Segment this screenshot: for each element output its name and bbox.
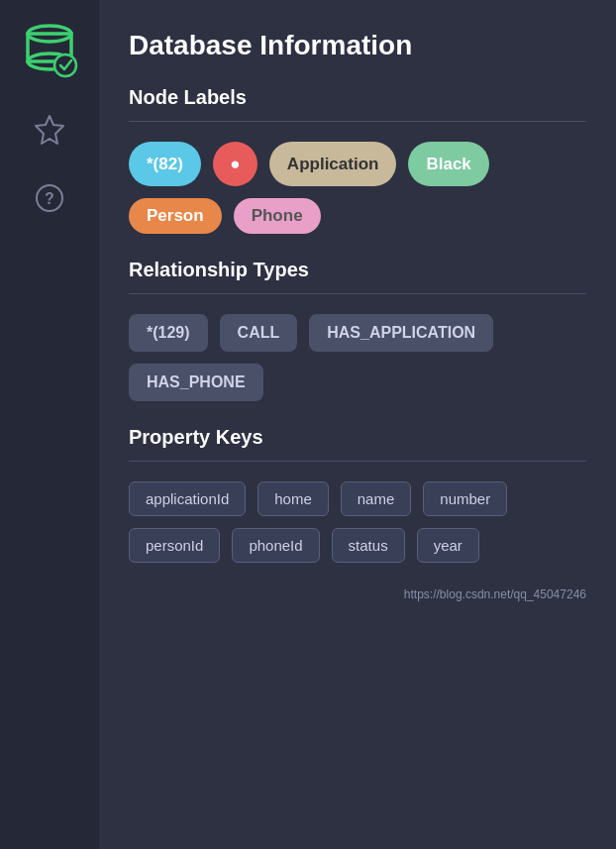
prop-key-status: status [332,528,405,563]
node-labels-divider [129,121,586,122]
property-keys-section: Property Keys applicationId home name nu… [129,426,586,563]
relationship-types-title: Relationship Types [129,259,586,281]
svg-marker-5 [36,116,63,144]
relationship-types-section: Relationship Types *(129) CALL HAS_APPLI… [129,259,586,401]
property-keys-divider [129,461,586,462]
node-label-person[interactable]: Person [129,198,222,234]
rel-type-has-phone[interactable]: HAS_PHONE [129,364,263,401]
prop-key-year: year [417,528,479,563]
favorites-icon[interactable] [30,109,69,149]
help-icon[interactable]: ? [30,178,69,218]
node-label-phone[interactable]: Phone [234,198,321,234]
prop-key-home: home [257,481,329,516]
node-labels-tags: *(82) ● Application Black Person Phone [129,142,586,234]
rel-type-all[interactable]: *(129) [129,314,208,352]
relationship-types-divider [129,293,586,294]
node-label-all[interactable]: *(82) [129,142,201,186]
page-title: Database Information [129,30,586,61]
rel-type-has-application[interactable]: HAS_APPLICATION [309,314,493,352]
property-keys-title: Property Keys [129,426,586,449]
prop-key-name: name [341,481,412,516]
prop-key-personid: personId [129,528,220,563]
prop-key-applicationid: applicationId [129,481,246,516]
footer-url: https://blog.csdn.net/qq_45047246 [129,587,586,601]
relationship-types-tags: *(129) CALL HAS_APPLICATION HAS_PHONE [129,314,586,401]
node-labels-section: Node Labels *(82) ● Application Black Pe… [129,86,586,234]
app-logo [20,20,79,79]
node-label-black[interactable]: Black [408,142,488,186]
svg-text:?: ? [45,190,54,207]
node-label-dot[interactable]: ● [213,142,257,186]
property-keys-tags: applicationId home name number personId … [129,481,586,563]
prop-key-number: number [423,481,507,516]
rel-type-call[interactable]: CALL [220,314,298,352]
main-content: Database Information Node Labels *(82) ●… [99,0,616,849]
node-labels-title: Node Labels [129,86,586,109]
prop-key-phoneid: phoneId [232,528,319,563]
sidebar: ? [0,0,99,849]
node-label-application[interactable]: Application [269,142,397,186]
